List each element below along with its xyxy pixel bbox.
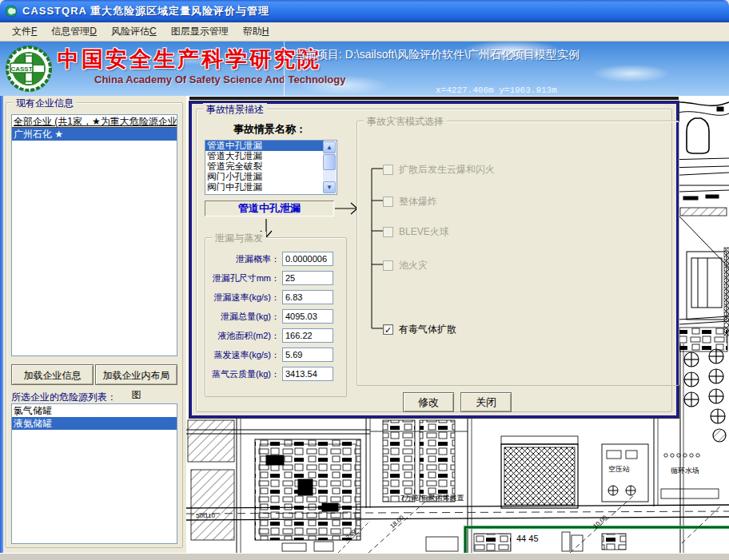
leak-group-title: 泄漏与蒸发 (212, 232, 266, 245)
leak-probability-label: 泄漏概率： (205, 253, 282, 265)
status-bar (0, 553, 729, 560)
menu-risk-eval[interactable]: 风险评估C (104, 22, 164, 41)
scenario-item[interactable]: 阀门小孔泄漏 (205, 172, 324, 182)
map-label-pp-unit: 7万吨/年聚丙烯装置 (400, 494, 464, 502)
menu-file[interactable]: 文件F (5, 22, 44, 41)
leak-total-field[interactable] (282, 309, 333, 324)
vapor-mass-label: 蒸气云质量(kg)： (205, 368, 282, 380)
banner-divider (284, 42, 285, 96)
scenario-item[interactable]: 阀门中孔泄漏 (205, 182, 324, 193)
scenario-item[interactable]: 管道大孔泄漏 (205, 151, 324, 161)
leak-probability-field[interactable] (282, 252, 333, 266)
scrollbar-down-icon[interactable]: ▼ (323, 181, 336, 193)
evap-rate-label: 蒸发速率(kg/s)： (205, 349, 282, 361)
disaster-mode-group: 事故灾害模式选择 扩散后发生云爆和闪火 整体爆炸 BLEVE火球 (357, 121, 679, 386)
scenario-description-group: 事故情景描述 事故情景名称： 管道中孔泄漏 管道大孔泄漏 管道完全破裂 阀门小孔… (196, 109, 672, 412)
close-button[interactable]: 关闭 (460, 392, 512, 412)
scenario-item[interactable]: 管道完全破裂 (205, 161, 324, 172)
enterprise-list-header: 全部企业 (共1家，★为重大危险源企业) (12, 115, 177, 128)
hole-size-label: 泄漏孔尺寸mm： (205, 272, 282, 284)
cursor-coordinates: x=4227.406m y=1963.913m (436, 85, 557, 95)
mode-row-toxic-dispersion: 有毒气体扩散 (383, 324, 456, 335)
scrollbar-thumb[interactable] (323, 154, 336, 170)
svg-text:CASST: CASST (10, 66, 32, 73)
map-label-cooling: 循环水场 (671, 467, 699, 475)
evap-rate-field[interactable] (282, 348, 333, 362)
window-title: CASSTQRA 重大危险源区域定量风险评价与管理 (22, 4, 269, 18)
map-label-air-station: 空压站 (608, 465, 630, 473)
mode-row-explosion: 整体爆炸 (383, 196, 437, 207)
selected-scenario-box: 管道中孔泄漏 (205, 201, 334, 216)
sidebar: 现有企业信息 全部企业 (共1家，★为重大危险源企业) 广州石化 ★ 加载企业信… (3, 96, 186, 553)
pool-area-field[interactable] (282, 328, 333, 343)
hole-size-field[interactable] (282, 271, 333, 285)
danger-source-list-label: 所选企业的危险源列表： (11, 391, 117, 404)
scenario-list-scrollbar[interactable]: ▲ ▼ (323, 141, 336, 193)
enterprise-list-item[interactable]: 广州石化 ★ (12, 128, 177, 141)
mode-row-bleve: BLEVE火球 (383, 226, 449, 237)
load-enterprise-info-button[interactable]: 加载企业信息 (11, 364, 94, 385)
checkbox-explosion[interactable] (383, 197, 393, 207)
menu-help[interactable]: 帮助H (236, 22, 277, 41)
checkbox-vce-flashfire[interactable] (383, 165, 393, 175)
map-label-nums: 44 45 (516, 534, 539, 543)
mode-row-vce-flashfire: 扩散后发生云爆和闪火 (383, 164, 495, 175)
mode-row-poolfire: 池火灾 (383, 260, 428, 271)
menu-info-mgmt[interactable]: 信息管理D (44, 22, 104, 41)
enterprise-group-title: 现有企业信息 (13, 97, 77, 110)
leak-evaporation-group: 泄漏与蒸发 泄漏概率： 泄漏孔尺寸mm： 泄漏速率(kg/s)： 泄漏总量(kg… (205, 237, 347, 397)
danger-source-item[interactable]: 氯气储罐 (12, 404, 177, 417)
enterprise-info-group: 现有企业信息 全部企业 (共1家，★为重大危险源企业) 广州石化 ★ 加载企业信… (6, 102, 183, 548)
scenario-group-title: 事故情景描述 (203, 103, 267, 117)
app-icon (5, 5, 18, 18)
leak-rate-label: 泄漏速率(kg/s)： (205, 292, 282, 304)
menu-layer-mgmt[interactable]: 图层显示管理 (164, 22, 236, 41)
map-label-tank-code: 50t110 (196, 512, 215, 519)
leak-total-label: 泄漏总量(kg)： (205, 311, 282, 323)
menu-bar: 文件F 信息管理D 风险评估C 图层显示管理 帮助H (0, 22, 729, 42)
org-name-en: China Academy Of Safety Science And Tech… (94, 73, 345, 85)
load-enterprise-layout-button[interactable]: 加载企业内布局图 (95, 364, 177, 385)
org-name-cn: 中国安全生产科学研究院 (58, 45, 321, 73)
scrollbar-up-icon[interactable]: ▲ (323, 141, 336, 153)
modify-button[interactable]: 修改 (403, 392, 454, 412)
main-content: 现有企业信息 全部企业 (共1家，★为重大危险源企业) 广州石化 ★ 加载企业信… (0, 96, 729, 553)
app-window: CASSTQRA 重大危险源区域定量风险评价与管理 文件F 信息管理D 风险评估… (0, 0, 729, 560)
scenario-item[interactable]: 管道中孔泄漏 (205, 141, 324, 151)
header-banner: CASST 中国安全生产科学研究院 China Academy Of Safet… (0, 42, 729, 96)
pool-area-label: 液池面积(m2)： (205, 330, 282, 342)
current-project-path: 当前项目: D:\sailsoft\风险评价软件\广州石化项目模型实例 (294, 48, 580, 62)
enterprise-list[interactable]: 全部企业 (共1家，★为重大危险源企业) 广州石化 ★ (11, 114, 177, 356)
casst-logo-icon: CASST (5, 45, 53, 93)
checkbox-toxic-dispersion[interactable] (383, 324, 393, 335)
map-dim-18: 18.00 (388, 514, 405, 530)
scenario-name-label: 事故情景名称： (233, 122, 306, 137)
event-tree-bracket (371, 121, 387, 387)
checkbox-poolfire[interactable] (383, 260, 393, 271)
vapor-mass-field[interactable] (282, 367, 333, 381)
danger-source-list[interactable]: 氯气储罐 液氨储罐 (11, 403, 177, 544)
title-bar[interactable]: CASSTQRA 重大危险源区域定量风险评价与管理 (0, 0, 729, 22)
danger-source-item[interactable]: 液氨储罐 (12, 417, 177, 430)
scenario-list[interactable]: 管道中孔泄漏 管道大孔泄漏 管道完全破裂 阀门小孔泄漏 阀门中孔泄漏 ▲ ▼ (205, 140, 337, 195)
leak-rate-field[interactable] (282, 290, 333, 304)
accident-scenario-dialog: 事故情景描述 事故情景名称： 管道中孔泄漏 管道大孔泄漏 管道完全破裂 阀门小孔… (189, 101, 679, 418)
checkbox-bleve[interactable] (383, 227, 393, 237)
